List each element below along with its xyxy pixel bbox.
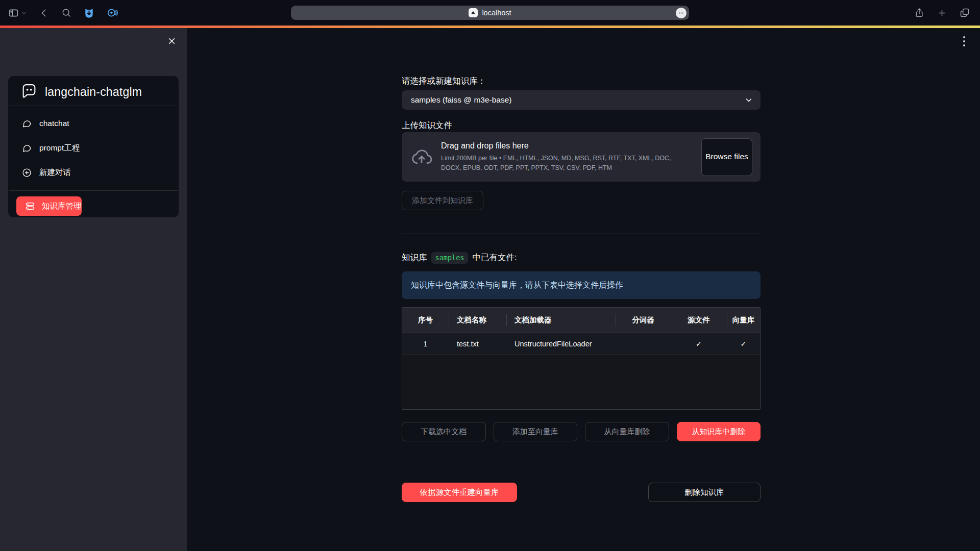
sidebar-item-label: 知识库管理 — [42, 201, 82, 212]
existing-files-prefix: 知识库 — [402, 252, 427, 263]
col-header-loader: 文档加载器 — [506, 308, 616, 333]
existing-files-suffix: 中已有文件: — [472, 252, 517, 263]
extension-reader-icon[interactable] — [107, 7, 118, 18]
page-more-icon[interactable] — [676, 8, 687, 18]
col-header-splitter: 分词器 — [616, 308, 671, 333]
add-files-button[interactable]: 添加文件到知识库 — [402, 191, 483, 210]
remove-from-vectorstore-button[interactable]: 从向量库删除 — [585, 422, 669, 441]
sidebar-nav-card: langchain-chatglm chatchat prompt工程 新建对话 — [8, 76, 179, 217]
share-icon[interactable] — [914, 8, 924, 18]
chevron-down-icon[interactable] — [21, 10, 27, 16]
content-column: 请选择或新建知识库： samples (faiss @ m3e-base) 上传… — [402, 28, 761, 502]
divider — [9, 190, 178, 191]
cloud-upload-icon — [410, 145, 433, 169]
rebuild-vectorstore-button[interactable]: 依据源文件重建向量库 — [402, 483, 517, 502]
sidebar-item-new-dialog[interactable]: 新建对话 — [8, 160, 179, 185]
dropzone-title: Drag and drop files here — [441, 141, 692, 151]
browser-toolbar: localhost — [0, 0, 980, 26]
sidebar: langchain-chatglm chatchat prompt工程 新建对话 — [0, 28, 187, 551]
back-icon[interactable] — [39, 8, 49, 18]
cell-splitter — [616, 333, 671, 355]
sidebar-item-chatchat[interactable]: chatchat — [8, 111, 179, 136]
sidebar-toggle-icon[interactable] — [8, 8, 19, 18]
col-header-index: 序号 — [402, 308, 449, 333]
existing-files-line: 知识库 samples 中已有文件: — [402, 251, 761, 264]
sidebar-nav-items: chatchat prompt工程 新建对话 — [8, 106, 179, 185]
tab-overview-icon[interactable] — [960, 8, 970, 18]
footer-actions: 依据源文件重建向量库 删除知识库 — [402, 483, 761, 502]
site-favicon — [469, 8, 478, 17]
close-icon — [167, 36, 177, 46]
delete-from-kb-button[interactable]: 从知识库中删除 — [677, 422, 761, 441]
download-selected-button[interactable]: 下载选中文档 — [402, 422, 486, 441]
address-text: localhost — [482, 9, 511, 17]
delete-kb-button[interactable]: 删除知识库 — [648, 483, 761, 502]
cell-index: 1 — [402, 333, 449, 355]
sidebar-item-label: chatchat — [39, 119, 69, 128]
toolbar-right-group — [914, 0, 970, 26]
info-banner: 知识库中包含源文件与向量库，请从下表中选择文件后操作 — [402, 271, 761, 299]
address-bar[interactable]: localhost — [291, 6, 689, 20]
cell-source-check: ✓ — [671, 333, 727, 355]
app-logo-icon — [20, 83, 38, 101]
extension-shield-icon[interactable] — [84, 8, 94, 18]
sidebar-close-button[interactable] — [165, 34, 178, 47]
divider — [402, 234, 761, 234]
app-header: langchain-chatglm — [8, 76, 179, 106]
chat-bubble-icon — [22, 143, 32, 153]
main-content: 请选择或新建知识库： samples (faiss @ m3e-base) 上传… — [187, 28, 980, 551]
table-row[interactable]: 1 test.txt UnstructuredFileLoader ✓ ✓ — [402, 333, 760, 355]
dropzone-text: Drag and drop files here Limit 200MB per… — [433, 141, 701, 172]
sidebar-item-label: 新建对话 — [39, 167, 71, 178]
upload-label: 上传知识文件 — [402, 120, 761, 130]
kebab-menu-icon — [960, 35, 969, 48]
file-dropzone[interactable]: Drag and drop files here Limit 200MB per… — [402, 132, 761, 182]
kb-select-value: samples (faiss @ m3e-base) — [411, 95, 744, 105]
kb-stack-icon — [25, 201, 35, 211]
new-tab-icon[interactable] — [937, 8, 947, 18]
app: langchain-chatglm chatchat prompt工程 新建对话 — [0, 28, 980, 551]
divider — [402, 464, 761, 464]
plus-circle-icon — [22, 168, 32, 178]
table-header-row: 序号 文档名称 文档加载器 分词器 源文件 向量库 — [402, 308, 760, 333]
kb-name-chip: samples — [431, 252, 469, 264]
col-header-name: 文档名称 — [449, 308, 506, 333]
cell-vector-check: ✓ — [727, 333, 760, 355]
toolbar-left-group — [8, 0, 118, 26]
app-title: langchain-chatglm — [45, 85, 142, 99]
cell-loader: UnstructuredFileLoader — [506, 333, 616, 355]
add-to-vectorstore-button[interactable]: 添加至向量库 — [494, 422, 578, 441]
app-menu-button[interactable] — [960, 35, 969, 49]
kb-select-label: 请选择或新建知识库： — [402, 76, 761, 87]
files-table[interactable]: 序号 文档名称 文档加载器 分词器 源文件 向量库 1 test.txt Uns… — [402, 307, 761, 410]
kb-select[interactable]: samples (faiss @ m3e-base) — [402, 90, 761, 110]
sidebar-item-prompt-engineering[interactable]: prompt工程 — [8, 136, 179, 160]
search-icon[interactable] — [61, 8, 71, 18]
cell-name: test.txt — [449, 333, 506, 355]
chat-bubble-icon — [22, 119, 32, 129]
sidebar-item-kb-management[interactable]: 知识库管理 — [16, 196, 82, 216]
dropzone-hint: Limit 200MB per file • EML, HTML, JSON, … — [441, 154, 692, 172]
screen: localhost — [0, 0, 980, 551]
chevron-down-icon — [744, 95, 753, 105]
sidebar-item-label: prompt工程 — [39, 143, 80, 154]
col-header-source: 源文件 — [671, 308, 727, 333]
row-actions: 下载选中文档 添加至向量库 从向量库删除 从知识库中删除 — [402, 422, 761, 441]
browse-files-button[interactable]: Browse files — [701, 138, 752, 176]
col-header-vector: 向量库 — [727, 308, 760, 333]
